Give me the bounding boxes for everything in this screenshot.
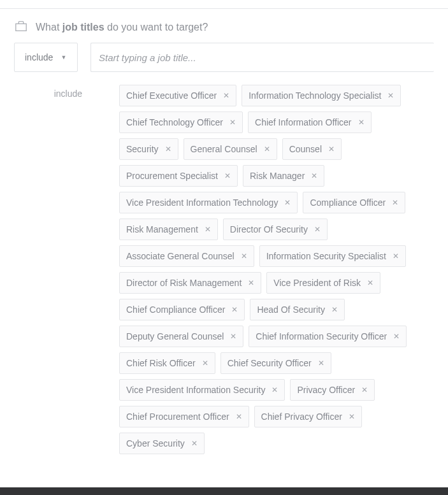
remove-tag-icon[interactable]: ✕ xyxy=(318,359,324,367)
remove-tag-icon[interactable]: ✕ xyxy=(361,386,368,394)
tag: Security✕ xyxy=(119,138,178,160)
tag-label: General Counsel xyxy=(191,144,257,154)
tag-label: Privacy Officer xyxy=(297,385,355,395)
briefcase-icon xyxy=(14,19,28,35)
svg-rect-0 xyxy=(16,24,27,31)
tag: Vice President of Risk✕ xyxy=(266,272,380,294)
remove-tag-icon[interactable]: ✕ xyxy=(229,118,236,126)
remove-tag-icon[interactable]: ✕ xyxy=(230,333,236,340)
tag-label: Information Technology Specialist xyxy=(249,90,381,101)
tag-label: Chief Risk Officer xyxy=(126,358,196,368)
remove-tag-icon[interactable]: ✕ xyxy=(264,145,270,153)
remove-tag-icon[interactable]: ✕ xyxy=(328,145,335,153)
tag-label: Vice President of Risk xyxy=(273,278,361,288)
tag: Deputy General Counsel✕ xyxy=(119,326,243,347)
tag: Director of Risk Management✕ xyxy=(119,272,261,294)
tag: Cyber Security✕ xyxy=(119,433,205,454)
tag-label: Chief Information Security Officer xyxy=(256,331,387,341)
tag: Chief Security Officer✕ xyxy=(220,352,331,374)
tag: Chief Compliance Officer✕ xyxy=(119,299,245,320)
tag: Vice President Information Security✕ xyxy=(119,379,285,401)
remove-tag-icon[interactable]: ✕ xyxy=(165,145,171,153)
tag: Head Of Security✕ xyxy=(250,299,345,320)
tag: Procurement Specialist✕ xyxy=(119,165,238,187)
tag: Risk Manager✕ xyxy=(243,165,324,187)
tag: Chief Privacy Officer✕ xyxy=(254,406,362,427)
tag: Compliance Officer✕ xyxy=(303,192,405,213)
remove-tag-icon[interactable]: ✕ xyxy=(349,413,355,420)
tag-label: Director Of Security xyxy=(230,224,308,234)
tag-label: Procurement Specialist xyxy=(126,171,218,181)
tag-label: Vice President Information Security xyxy=(126,385,265,395)
include-selector-label: include xyxy=(25,52,53,62)
remove-tag-icon[interactable]: ✕ xyxy=(223,92,229,99)
remove-tag-icon[interactable]: ✕ xyxy=(224,172,231,180)
remove-tag-icon[interactable]: ✕ xyxy=(393,252,399,260)
remove-tag-icon[interactable]: ✕ xyxy=(271,386,278,394)
tag: Counsel✕ xyxy=(282,138,342,160)
tag-label: Director of Risk Management xyxy=(126,278,242,288)
remove-tag-icon[interactable]: ✕ xyxy=(236,413,242,420)
remove-tag-icon[interactable]: ✕ xyxy=(231,306,238,313)
tag-label: Risk Management xyxy=(126,224,198,234)
tag: Chief Executive Officer✕ xyxy=(119,85,236,106)
tag-label: Chief Privacy Officer xyxy=(261,412,342,422)
tags-list: Chief Executive Officer✕Information Tech… xyxy=(119,85,434,454)
job-title-input-container xyxy=(90,43,434,72)
remove-tag-icon[interactable]: ✕ xyxy=(358,118,365,126)
remove-tag-icon[interactable]: ✕ xyxy=(311,172,317,180)
remove-tag-icon[interactable]: ✕ xyxy=(367,279,373,287)
tag: General Counsel✕ xyxy=(184,138,277,160)
remove-tag-icon[interactable]: ✕ xyxy=(205,226,211,233)
tag-label: Compliance Officer xyxy=(310,197,386,208)
tag-label: Chief Compliance Officer xyxy=(126,305,225,315)
caret-down-icon: ▼ xyxy=(61,54,66,61)
tag: Associate General Counsel✕ xyxy=(119,245,254,267)
tag-group-label: include xyxy=(14,85,119,454)
job-title-input[interactable] xyxy=(99,52,426,63)
remove-tag-icon[interactable]: ✕ xyxy=(393,333,400,340)
tag: Chief Procurement Officer✕ xyxy=(119,406,249,427)
tag: Director Of Security✕ xyxy=(223,219,328,240)
tag-label: Chief Technology Officer xyxy=(126,117,223,127)
tag: Vice President Information Technology✕ xyxy=(119,192,298,213)
header-title: What job titles do you want to target? xyxy=(36,22,208,33)
tag: Chief Information Security Officer✕ xyxy=(249,326,407,347)
remove-tag-icon[interactable]: ✕ xyxy=(241,252,247,260)
tag-label: Head Of Security xyxy=(257,305,325,315)
remove-tag-icon[interactable]: ✕ xyxy=(284,199,291,206)
remove-tag-icon[interactable]: ✕ xyxy=(387,92,394,99)
tag-label: Counsel xyxy=(289,144,322,154)
remove-tag-icon[interactable]: ✕ xyxy=(191,440,198,447)
tag-label: Security xyxy=(126,144,159,154)
tag-label: Chief Security Officer xyxy=(228,358,312,368)
tag: Information Technology Specialist✕ xyxy=(242,85,401,106)
include-selector[interactable]: include ▼ xyxy=(14,43,78,72)
tag-label: Chief Information Officer xyxy=(255,117,351,127)
tag-label: Chief Executive Officer xyxy=(126,90,217,101)
remove-tag-icon[interactable]: ✕ xyxy=(314,226,321,233)
tag: Chief Risk Officer✕ xyxy=(119,352,215,374)
tag: Risk Management✕ xyxy=(119,219,218,240)
tag-label: Chief Procurement Officer xyxy=(126,412,229,422)
footer-bar xyxy=(0,487,448,495)
tag-label: Information Security Specialist xyxy=(266,251,386,261)
remove-tag-icon[interactable]: ✕ xyxy=(248,279,254,287)
tag-label: Associate General Counsel xyxy=(126,251,235,261)
header: What job titles do you want to target? xyxy=(0,9,448,43)
tag-label: Vice President Information Technology xyxy=(126,197,278,208)
tag: Privacy Officer✕ xyxy=(290,379,375,401)
tag-label: Risk Manager xyxy=(250,171,305,181)
remove-tag-icon[interactable]: ✕ xyxy=(202,359,208,367)
tag: Information Security Specialist✕ xyxy=(259,245,406,267)
tag: Chief Information Officer✕ xyxy=(248,111,371,133)
tag: Chief Technology Officer✕ xyxy=(119,111,243,133)
remove-tag-icon[interactable]: ✕ xyxy=(331,306,338,313)
tag-label: Cyber Security xyxy=(126,438,185,448)
remove-tag-icon[interactable]: ✕ xyxy=(392,199,398,206)
tag-label: Deputy General Counsel xyxy=(126,331,224,341)
